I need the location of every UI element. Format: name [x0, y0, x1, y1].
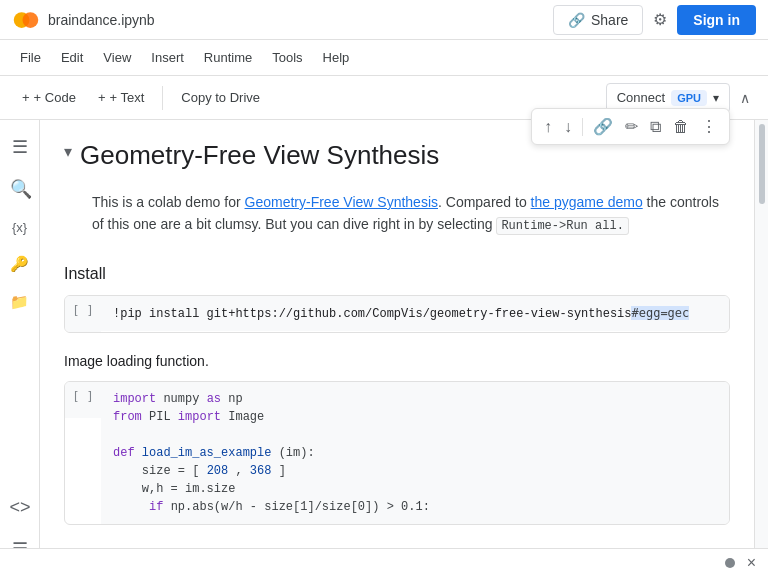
intro-link-gfvs[interactable]: Geometry-Free View Synthesis: [245, 194, 438, 210]
code-plain-6: (im):: [279, 446, 315, 460]
code-plain-10: w,h = im.size: [113, 482, 235, 496]
close-icon[interactable]: ×: [747, 554, 756, 572]
pip-cell-content: !pip install git+https://github.com/Comp…: [101, 296, 729, 331]
func-name: load_im_as_example: [142, 446, 272, 460]
keyword-def: def: [113, 446, 135, 460]
intro-link-pygame[interactable]: the pygame demo: [531, 194, 643, 210]
code-plain-7: size = [: [113, 464, 199, 478]
sidebar-item-variables[interactable]: {x}: [2, 212, 38, 243]
install-heading: Install: [40, 253, 754, 291]
image-cell-content: import numpy as np from PIL import Image…: [101, 382, 729, 524]
add-text-button[interactable]: + + Text: [88, 84, 154, 111]
image-loading-code-cell: [ ] import numpy as np from PIL import I…: [64, 381, 730, 525]
keyword-import: import: [113, 392, 156, 406]
chevron-down-icon: ▾: [713, 91, 719, 105]
image-loading-heading: Image loading function.: [40, 345, 754, 377]
sidebar-item-files[interactable]: 📁: [2, 285, 38, 319]
import-numpy-line: import numpy as np: [113, 390, 717, 408]
pip-code-cell-inner: [ ] !pip install git+https://github.com/…: [65, 296, 729, 332]
keyword-import2: import: [178, 410, 221, 424]
add-code-label: + Code: [34, 90, 76, 105]
share-label: Share: [591, 12, 628, 28]
add-code-button[interactable]: + + Code: [12, 84, 86, 111]
top-bar: braindance.ipynb 🔗 Share ⚙ Sign in: [0, 0, 768, 40]
num-368: 368: [250, 464, 272, 478]
keyword-from: from: [113, 410, 142, 424]
svg-point-1: [23, 12, 39, 28]
sidebar-item-code[interactable]: <>: [2, 489, 38, 526]
keyword-as: as: [207, 392, 221, 406]
keyword-if: if: [149, 500, 163, 514]
toolbar-separator: [162, 86, 163, 110]
run-bracket: [ ]: [72, 304, 94, 318]
signin-button[interactable]: Sign in: [677, 5, 756, 35]
sidebar-item-secrets[interactable]: 🔑: [2, 247, 38, 281]
settings-icon[interactable]: ⚙: [653, 10, 667, 29]
run-bracket-2: [ ]: [72, 390, 94, 404]
pip-code-cell: [ ] !pip install git+https://github.com/…: [64, 295, 730, 333]
menu-view[interactable]: View: [95, 46, 139, 69]
if-line: if np.abs(w/h - size[1]/size[0]) > 0.1:: [113, 498, 717, 516]
sidebar-item-menu[interactable]: ☰: [2, 128, 38, 166]
code-plain-1: numpy: [163, 392, 206, 406]
menu-tools[interactable]: Tools: [264, 46, 310, 69]
cell-toolbar: ↑ ↓ 🔗 ✏ ⧉ 🗑 ⋮: [531, 108, 730, 145]
blank-line-1: [113, 426, 717, 444]
def-line: def load_im_as_example (im):: [113, 444, 717, 462]
menu-runtime[interactable]: Runtime: [196, 46, 260, 69]
code-plain-2: np: [228, 392, 242, 406]
intro-text-before: This is a colab demo for: [92, 194, 245, 210]
cell-run-gutter[interactable]: [ ]: [65, 296, 101, 332]
gpu-badge: GPU: [671, 90, 707, 106]
cell-run-gutter-2[interactable]: [ ]: [65, 382, 101, 418]
more-options-button[interactable]: ⋮: [697, 113, 721, 140]
edit-cell-button[interactable]: ✏: [621, 113, 642, 140]
intro-inline-code: Runtime->Run all.: [496, 217, 628, 235]
move-up-button[interactable]: ↑: [540, 114, 556, 140]
right-scrollbar[interactable]: [754, 120, 768, 576]
size-line: size = [ 208 , 368 ]: [113, 462, 717, 480]
code-plain-8: ,: [235, 464, 249, 478]
scroll-thumb[interactable]: [759, 124, 765, 204]
notebook-title: Geometry-Free View Synthesis: [80, 140, 439, 171]
collapse-button[interactable]: ∧: [734, 84, 756, 112]
filename: braindance.ipynb: [48, 12, 155, 28]
from-pil-line: from PIL import Image: [113, 408, 717, 426]
add-text-label: + Text: [109, 90, 144, 105]
plus-icon-text: +: [98, 90, 106, 105]
code-plain-3: PIL: [149, 410, 178, 424]
delete-cell-button[interactable]: 🗑: [669, 114, 693, 140]
num-208: 208: [207, 464, 229, 478]
status-dot[interactable]: [725, 558, 735, 568]
copy-cell-button[interactable]: ⧉: [646, 114, 665, 140]
bottom-bar: ×: [0, 548, 768, 576]
move-down-button[interactable]: ↓: [560, 114, 576, 140]
link-cell-button[interactable]: 🔗: [589, 113, 617, 140]
code-plain-9: ]: [279, 464, 286, 478]
pip-code-line: !pip install git+https://github.com/Comp…: [113, 304, 717, 323]
main-layout: ☰ 🔍 {x} 🔑 📁 <> ☰ ▾ Geometry-Free View Sy…: [0, 120, 768, 576]
code-plain-12: np.abs(w/h - size[1]/size[0]) > 0.1:: [171, 500, 430, 514]
menu-file[interactable]: File: [12, 46, 49, 69]
colab-logo: [12, 6, 40, 34]
wh-line: w,h = im.size: [113, 480, 717, 498]
image-loading-cell-inner: [ ] import numpy as np from PIL import I…: [65, 382, 729, 524]
notebook-content: ▾ Geometry-Free View Synthesis This is a…: [40, 120, 754, 576]
cell-tb-separator: [582, 118, 583, 136]
menu-edit[interactable]: Edit: [53, 46, 91, 69]
copy-drive-button[interactable]: Copy to Drive: [171, 84, 270, 111]
sidebar-item-search[interactable]: 🔍: [2, 170, 38, 208]
connect-label: Connect: [617, 90, 665, 105]
intro-text-cell: This is a colab demo for Geometry-Free V…: [40, 183, 754, 253]
code-plain-11: [113, 500, 142, 514]
menu-bar: File Edit View Insert Runtime Tools Help: [0, 40, 768, 76]
plus-icon: +: [22, 90, 30, 105]
link-icon: 🔗: [568, 12, 585, 28]
sidebar: ☰ 🔍 {x} 🔑 📁 <> ☰: [0, 120, 40, 576]
top-right-actions: 🔗 Share ⚙ Sign in: [553, 5, 756, 35]
pip-highlighted-end: #egg=gec: [631, 306, 689, 320]
menu-help[interactable]: Help: [315, 46, 358, 69]
share-button[interactable]: 🔗 Share: [553, 5, 643, 35]
menu-insert[interactable]: Insert: [143, 46, 192, 69]
cell-collapse-arrow[interactable]: ▾: [64, 140, 72, 161]
